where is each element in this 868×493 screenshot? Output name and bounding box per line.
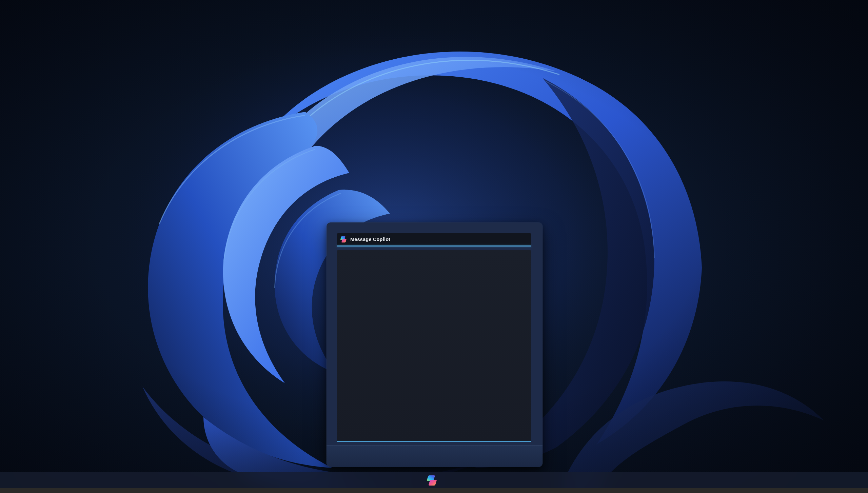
- titlebar[interactable]: Message Copilot: [337, 233, 531, 246]
- copilot-icon: [425, 474, 437, 487]
- copilot-logo-icon: [339, 236, 347, 243]
- desktop: Message Copilot: [0, 0, 868, 493]
- message-copilot-window: Message Copilot: [327, 222, 542, 467]
- window-bottom-panel: [327, 445, 542, 467]
- window-title: Message Copilot: [350, 237, 390, 242]
- vertical-seam-line: [535, 445, 535, 488]
- taskbar: [0, 472, 868, 489]
- message-content-area[interactable]: [337, 250, 531, 442]
- titlebar-accent-line: [337, 245, 531, 246]
- screen-bottom-strip: [0, 488, 868, 493]
- content-accent-line: [337, 441, 531, 442]
- taskbar-copilot-button[interactable]: [425, 474, 438, 487]
